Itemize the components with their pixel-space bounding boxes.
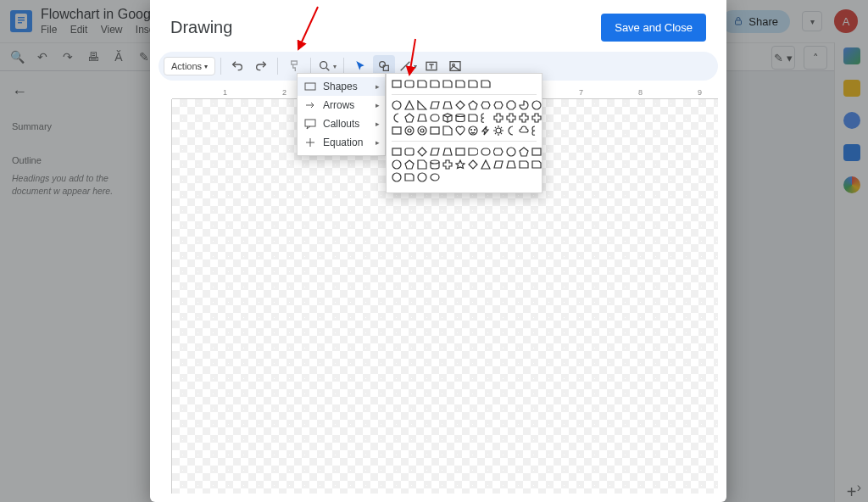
svg-point-41 — [431, 174, 439, 181]
shape-option-rect[interactable] — [531, 147, 542, 157]
shape-option-trap[interactable] — [442, 147, 453, 157]
svg-rect-34 — [481, 148, 490, 155]
shape-option-circle[interactable] — [531, 100, 542, 110]
shape-option-pent[interactable] — [468, 100, 478, 110]
shape-option-ellipse[interactable] — [430, 172, 440, 182]
shape-option-tri[interactable] — [481, 159, 491, 170]
shape-option-tri[interactable] — [404, 100, 415, 110]
shape-option-rect[interactable] — [392, 147, 402, 157]
shape-option-snip[interactable] — [442, 79, 453, 89]
shape-option-trap[interactable] — [506, 159, 516, 170]
menu-item-arrows[interactable]: Arrows▸ — [298, 96, 385, 114]
shape-option-pent[interactable] — [519, 147, 529, 157]
shape-option-disp[interactable] — [493, 147, 504, 157]
shape-option-plus[interactable] — [519, 113, 529, 123]
svg-point-30 — [496, 128, 501, 133]
redo-button[interactable] — [250, 55, 272, 77]
menu-item-equation[interactable]: Equation▸ — [298, 133, 385, 152]
shape-option-snip[interactable] — [531, 159, 542, 170]
svg-rect-19 — [431, 114, 439, 121]
shape-option-trap[interactable] — [442, 100, 453, 110]
arrow-icon — [304, 99, 316, 111]
shape-option-rtri[interactable] — [417, 100, 427, 110]
shape-option-hex[interactable] — [493, 100, 504, 110]
shape-option-donut[interactable] — [417, 126, 427, 136]
menu-item-callouts[interactable]: Callouts▸ — [298, 114, 385, 133]
svg-point-25 — [420, 129, 424, 132]
shape-option-donut[interactable] — [404, 126, 415, 136]
svg-point-22 — [405, 126, 414, 135]
menu-item-shapes[interactable]: Shapes▸ — [298, 77, 385, 96]
shape-option-pent[interactable] — [404, 113, 415, 123]
shape-option-circle[interactable] — [506, 147, 516, 157]
shape-option-snip[interactable] — [481, 79, 491, 89]
svg-point-38 — [431, 160, 439, 164]
shape-option-rrect[interactable] — [404, 147, 415, 157]
shape-option-circle[interactable] — [392, 100, 402, 110]
shape-option-moon[interactable] — [392, 113, 402, 123]
undo-button[interactable] — [226, 55, 248, 77]
shape-option-star[interactable] — [455, 159, 465, 170]
shape-option-db[interactable] — [430, 159, 440, 170]
shape-option-heart[interactable] — [455, 126, 465, 136]
svg-point-7 — [320, 62, 327, 69]
shape-option-snip[interactable] — [468, 113, 478, 123]
svg-point-20 — [456, 114, 465, 117]
svg-point-23 — [408, 129, 411, 132]
shape-option-hex[interactable] — [481, 100, 491, 110]
shape-option-plus[interactable] — [531, 113, 542, 123]
shape-option-snip[interactable] — [455, 79, 465, 89]
shape-option-can[interactable] — [481, 147, 491, 157]
shape-option-doc[interactable] — [442, 126, 453, 136]
shape-option-cloud[interactable] — [519, 126, 529, 136]
shape-option-smile[interactable] — [468, 126, 478, 136]
actions-menu-button[interactable]: Actions▾ — [164, 57, 215, 75]
shape-option-para[interactable] — [430, 100, 440, 110]
shape-option-para[interactable] — [493, 159, 504, 170]
shape-option-moon[interactable] — [506, 126, 516, 136]
shape-option-diam[interactable] — [417, 147, 427, 157]
shape-option-cube[interactable] — [442, 113, 453, 123]
shape-option-circle[interactable] — [392, 172, 402, 182]
shape-option-trap[interactable] — [417, 113, 427, 123]
svg-rect-36 — [532, 148, 541, 155]
svg-rect-13 — [305, 83, 315, 90]
shape-option-plus[interactable] — [493, 113, 504, 123]
shape-option-brace[interactable] — [531, 126, 542, 136]
save-and-close-button[interactable]: Save and Close — [601, 14, 706, 42]
svg-point-28 — [471, 130, 472, 131]
svg-rect-33 — [456, 148, 465, 155]
shape-option-snip[interactable] — [468, 79, 478, 89]
shape-option-oct[interactable] — [506, 100, 516, 110]
shape-option-para[interactable] — [430, 147, 440, 157]
shape-option-lightning[interactable] — [481, 126, 491, 136]
svg-line-42 — [298, 7, 318, 49]
shape-option-snip[interactable] — [430, 79, 440, 89]
shape-option-pent[interactable] — [404, 159, 415, 170]
shape-option-rect[interactable] — [392, 79, 402, 89]
svg-point-40 — [418, 173, 426, 181]
shape-option-rect[interactable] — [455, 147, 465, 157]
svg-point-24 — [418, 126, 426, 135]
shape-option-diam[interactable] — [468, 159, 478, 170]
svg-rect-15 — [392, 81, 401, 87]
shape-option-plus[interactable] — [442, 159, 453, 170]
shape-option-sun[interactable] — [493, 126, 504, 136]
shape-option-plus[interactable] — [506, 113, 516, 123]
svg-point-37 — [392, 160, 401, 169]
shape-option-rect[interactable] — [430, 126, 440, 136]
shape-option-diam[interactable] — [455, 100, 465, 110]
shape-option-pie[interactable] — [519, 100, 529, 110]
svg-point-35 — [507, 148, 515, 156]
dialog-title: Drawing — [170, 18, 232, 37]
shape-option-doc[interactable] — [417, 159, 427, 170]
shape-option-brace[interactable] — [481, 113, 491, 123]
shape-option-rect[interactable] — [392, 126, 402, 136]
shape-option-can[interactable] — [430, 113, 440, 123]
shape-option-cyl[interactable] — [455, 113, 465, 123]
shape-option-circle[interactable] — [417, 172, 427, 182]
shape-option-snip[interactable] — [404, 172, 415, 182]
shape-option-delay[interactable] — [468, 147, 478, 157]
shape-option-snip[interactable] — [519, 159, 529, 170]
shape-option-circle[interactable] — [392, 159, 402, 170]
